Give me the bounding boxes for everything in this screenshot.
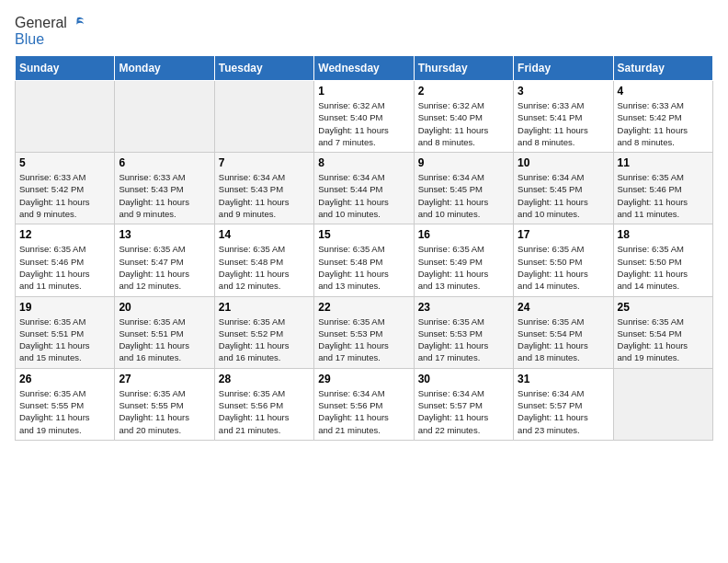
calendar-cell: 18Sunrise: 6:35 AM Sunset: 5:50 PM Dayli…: [613, 224, 712, 296]
day-number: 24: [518, 301, 609, 314]
day-number: 3: [518, 85, 609, 98]
calendar-cell: 25Sunrise: 6:35 AM Sunset: 5:54 PM Dayli…: [613, 296, 712, 368]
calendar-cell: 29Sunrise: 6:34 AM Sunset: 5:56 PM Dayli…: [314, 368, 414, 440]
day-info: Sunrise: 6:33 AM Sunset: 5:42 PM Dayligh…: [618, 99, 709, 148]
calendar-header-row: SundayMondayTuesdayWednesdayThursdayFrid…: [16, 56, 713, 81]
day-of-week-header: Friday: [514, 56, 613, 81]
day-info: Sunrise: 6:34 AM Sunset: 5:45 PM Dayligh…: [418, 171, 509, 220]
calendar-cell: 19Sunrise: 6:35 AM Sunset: 5:51 PM Dayli…: [16, 296, 115, 368]
calendar-cell: 24Sunrise: 6:35 AM Sunset: 5:54 PM Dayli…: [514, 296, 613, 368]
day-info: Sunrise: 6:35 AM Sunset: 5:51 PM Dayligh…: [119, 316, 210, 364]
calendar-week-row: 12Sunrise: 6:35 AM Sunset: 5:46 PM Dayli…: [16, 224, 713, 296]
day-number: 29: [318, 373, 409, 385]
calendar-cell: 5Sunrise: 6:33 AM Sunset: 5:42 PM Daylig…: [16, 153, 115, 224]
day-info: Sunrise: 6:34 AM Sunset: 5:56 PM Dayligh…: [318, 387, 409, 436]
day-number: 16: [418, 228, 509, 241]
calendar-table: SundayMondayTuesdayWednesdayThursdayFrid…: [15, 55, 713, 441]
calendar-cell: 10Sunrise: 6:34 AM Sunset: 5:45 PM Dayli…: [514, 153, 613, 224]
day-number: 26: [19, 373, 110, 385]
calendar-week-row: 1Sunrise: 6:32 AM Sunset: 5:40 PM Daylig…: [16, 81, 713, 153]
day-info: Sunrise: 6:32 AM Sunset: 5:40 PM Dayligh…: [418, 99, 509, 148]
day-of-week-header: Saturday: [613, 56, 712, 81]
day-number: 14: [219, 228, 310, 241]
day-info: Sunrise: 6:33 AM Sunset: 5:42 PM Dayligh…: [19, 171, 110, 220]
calendar-cell: [214, 81, 313, 153]
page-header: General Blue: [15, 15, 713, 48]
day-of-week-header: Thursday: [414, 56, 513, 81]
calendar-cell: 28Sunrise: 6:35 AM Sunset: 5:56 PM Dayli…: [214, 368, 313, 440]
day-number: 18: [618, 228, 709, 241]
day-number: 12: [19, 228, 110, 241]
day-number: 17: [518, 228, 609, 241]
day-number: 15: [318, 228, 409, 241]
day-info: Sunrise: 6:32 AM Sunset: 5:40 PM Dayligh…: [318, 99, 409, 148]
day-info: Sunrise: 6:35 AM Sunset: 5:56 PM Dayligh…: [219, 387, 310, 436]
calendar-cell: 13Sunrise: 6:35 AM Sunset: 5:47 PM Dayli…: [115, 224, 214, 296]
calendar-cell: 7Sunrise: 6:34 AM Sunset: 5:43 PM Daylig…: [214, 153, 313, 224]
day-info: Sunrise: 6:35 AM Sunset: 5:50 PM Dayligh…: [518, 243, 609, 292]
calendar-cell: 9Sunrise: 6:34 AM Sunset: 5:45 PM Daylig…: [414, 153, 513, 224]
calendar-cell: 6Sunrise: 6:33 AM Sunset: 5:43 PM Daylig…: [115, 153, 214, 224]
day-of-week-header: Sunday: [16, 56, 115, 81]
day-info: Sunrise: 6:34 AM Sunset: 5:45 PM Dayligh…: [518, 171, 609, 220]
day-number: 7: [219, 156, 310, 169]
day-info: Sunrise: 6:35 AM Sunset: 5:50 PM Dayligh…: [618, 243, 709, 292]
calendar-week-row: 5Sunrise: 6:33 AM Sunset: 5:42 PM Daylig…: [16, 153, 713, 224]
day-info: Sunrise: 6:34 AM Sunset: 5:43 PM Dayligh…: [219, 171, 310, 220]
calendar-cell: [613, 368, 712, 440]
calendar-cell: 21Sunrise: 6:35 AM Sunset: 5:52 PM Dayli…: [214, 296, 313, 368]
calendar-cell: 4Sunrise: 6:33 AM Sunset: 5:42 PM Daylig…: [613, 81, 712, 153]
day-of-week-header: Monday: [115, 56, 214, 81]
day-number: 28: [219, 373, 310, 385]
day-info: Sunrise: 6:35 AM Sunset: 5:48 PM Dayligh…: [318, 243, 409, 292]
day-number: 5: [19, 156, 110, 169]
day-info: Sunrise: 6:35 AM Sunset: 5:47 PM Dayligh…: [119, 243, 210, 292]
calendar-cell: 17Sunrise: 6:35 AM Sunset: 5:50 PM Dayli…: [514, 224, 613, 296]
calendar-cell: 14Sunrise: 6:35 AM Sunset: 5:48 PM Dayli…: [214, 224, 313, 296]
day-number: 22: [318, 301, 409, 314]
calendar-cell: 23Sunrise: 6:35 AM Sunset: 5:53 PM Dayli…: [414, 296, 513, 368]
day-number: 6: [119, 156, 210, 169]
calendar-cell: 8Sunrise: 6:34 AM Sunset: 5:44 PM Daylig…: [314, 153, 414, 224]
day-of-week-header: Tuesday: [214, 56, 313, 81]
day-number: 10: [518, 156, 609, 169]
day-number: 27: [119, 373, 210, 385]
calendar-week-row: 26Sunrise: 6:35 AM Sunset: 5:55 PM Dayli…: [16, 368, 713, 440]
day-info: Sunrise: 6:35 AM Sunset: 5:54 PM Dayligh…: [618, 316, 709, 364]
day-number: 9: [418, 156, 509, 169]
day-info: Sunrise: 6:35 AM Sunset: 5:49 PM Dayligh…: [418, 243, 509, 292]
day-of-week-header: Wednesday: [314, 56, 414, 81]
day-info: Sunrise: 6:35 AM Sunset: 5:48 PM Dayligh…: [219, 243, 310, 292]
calendar-cell: 15Sunrise: 6:35 AM Sunset: 5:48 PM Dayli…: [314, 224, 414, 296]
day-info: Sunrise: 6:33 AM Sunset: 5:43 PM Dayligh…: [119, 171, 210, 220]
day-number: 1: [318, 85, 409, 98]
calendar-cell: 3Sunrise: 6:33 AM Sunset: 5:41 PM Daylig…: [514, 81, 613, 153]
day-info: Sunrise: 6:35 AM Sunset: 5:55 PM Dayligh…: [119, 387, 210, 436]
logo: General Blue: [15, 15, 85, 48]
day-number: 8: [318, 156, 409, 169]
day-info: Sunrise: 6:35 AM Sunset: 5:46 PM Dayligh…: [19, 243, 110, 292]
day-number: 13: [119, 228, 210, 241]
calendar-cell: [115, 81, 214, 153]
day-number: 19: [19, 301, 110, 314]
calendar-cell: 26Sunrise: 6:35 AM Sunset: 5:55 PM Dayli…: [16, 368, 115, 440]
logo-blue-text: Blue: [15, 31, 44, 48]
day-info: Sunrise: 6:35 AM Sunset: 5:55 PM Dayligh…: [19, 387, 110, 436]
day-number: 23: [418, 301, 509, 314]
calendar-cell: 22Sunrise: 6:35 AM Sunset: 5:53 PM Dayli…: [314, 296, 414, 368]
day-number: 20: [119, 301, 210, 314]
logo-general-text: General: [15, 15, 67, 31]
day-info: Sunrise: 6:34 AM Sunset: 5:57 PM Dayligh…: [518, 387, 609, 436]
day-info: Sunrise: 6:33 AM Sunset: 5:41 PM Dayligh…: [518, 99, 609, 148]
day-info: Sunrise: 6:35 AM Sunset: 5:53 PM Dayligh…: [418, 316, 509, 364]
day-info: Sunrise: 6:35 AM Sunset: 5:51 PM Dayligh…: [19, 316, 110, 364]
day-number: 11: [618, 156, 709, 169]
day-number: 31: [518, 373, 609, 385]
day-info: Sunrise: 6:34 AM Sunset: 5:44 PM Dayligh…: [318, 171, 409, 220]
calendar-cell: 20Sunrise: 6:35 AM Sunset: 5:51 PM Dayli…: [115, 296, 214, 368]
calendar-cell: 16Sunrise: 6:35 AM Sunset: 5:49 PM Dayli…: [414, 224, 513, 296]
calendar-cell: 11Sunrise: 6:35 AM Sunset: 5:46 PM Dayli…: [613, 153, 712, 224]
day-number: 30: [418, 373, 509, 385]
calendar-week-row: 19Sunrise: 6:35 AM Sunset: 5:51 PM Dayli…: [16, 296, 713, 368]
day-number: 4: [618, 85, 709, 98]
